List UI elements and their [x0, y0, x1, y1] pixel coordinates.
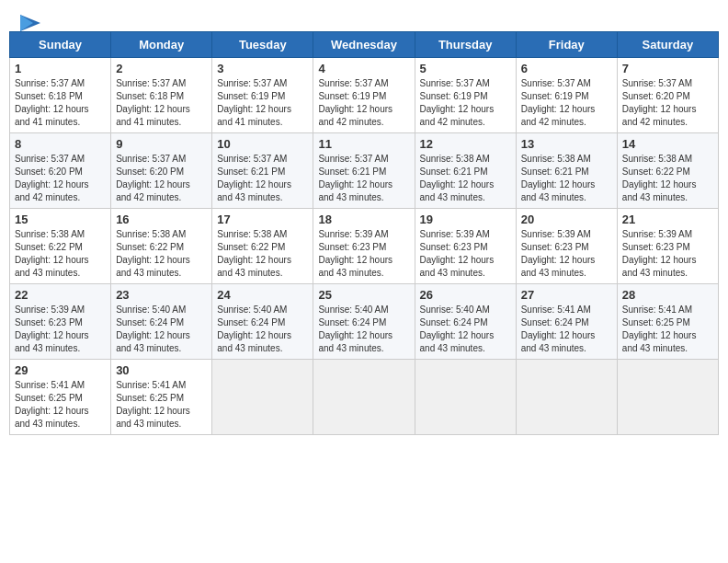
day-info: Sunrise: 5:38 AMSunset: 6:22 PMDaylight:… [622, 153, 713, 204]
day-number: 6 [521, 62, 612, 75]
day-number: 13 [521, 137, 612, 151]
calendar-cell: 30Sunrise: 5:41 AMSunset: 6:25 PMDayligh… [111, 360, 212, 435]
day-number: 2 [116, 62, 207, 75]
day-number: 11 [318, 137, 409, 151]
calendar-cell: 20Sunrise: 5:39 AMSunset: 6:23 PMDayligh… [516, 209, 617, 284]
day-info: Sunrise: 5:38 AMSunset: 6:22 PMDaylight:… [116, 228, 207, 280]
day-info: Sunrise: 5:37 AMSunset: 6:21 PMDaylight:… [217, 153, 308, 204]
calendar-cell: 19Sunrise: 5:39 AMSunset: 6:23 PMDayligh… [415, 209, 516, 284]
calendar-cell: 17Sunrise: 5:38 AMSunset: 6:22 PMDayligh… [212, 209, 313, 284]
calendar-table: SundayMondayTuesdayWednesdayThursdayFrid… [9, 31, 719, 435]
calendar-cell: 22Sunrise: 5:39 AMSunset: 6:23 PMDayligh… [10, 284, 111, 360]
day-number: 9 [116, 137, 207, 151]
calendar-week-row: 1Sunrise: 5:37 AMSunset: 6:18 PMDaylight… [10, 58, 719, 133]
day-info: Sunrise: 5:38 AMSunset: 6:22 PMDaylight:… [217, 228, 308, 280]
day-info: Sunrise: 5:37 AMSunset: 6:20 PMDaylight:… [15, 153, 106, 204]
calendar-week-row: 22Sunrise: 5:39 AMSunset: 6:23 PMDayligh… [10, 284, 719, 360]
logo [18, 15, 42, 28]
calendar-week-row: 15Sunrise: 5:38 AMSunset: 6:22 PMDayligh… [10, 209, 719, 284]
svg-marker-1 [20, 15, 33, 31]
day-number: 12 [420, 137, 511, 151]
day-number: 15 [15, 213, 106, 226]
day-info: Sunrise: 5:37 AMSunset: 6:18 PMDaylight:… [15, 77, 106, 129]
calendar-cell: 14Sunrise: 5:38 AMSunset: 6:22 PMDayligh… [617, 133, 718, 209]
calendar-cell: 15Sunrise: 5:38 AMSunset: 6:22 PMDayligh… [10, 209, 111, 284]
day-info: Sunrise: 5:40 AMSunset: 6:24 PMDaylight:… [420, 304, 511, 355]
day-header-saturday: Saturday [617, 32, 718, 58]
day-number: 17 [217, 213, 308, 226]
day-number: 23 [116, 288, 207, 302]
day-number: 28 [622, 288, 713, 302]
calendar-cell: 5Sunrise: 5:37 AMSunset: 6:19 PMDaylight… [415, 58, 516, 133]
calendar-cell: 24Sunrise: 5:40 AMSunset: 6:24 PMDayligh… [212, 284, 313, 360]
day-number: 20 [521, 213, 612, 226]
calendar-cell: 11Sunrise: 5:37 AMSunset: 6:21 PMDayligh… [313, 133, 415, 209]
day-info: Sunrise: 5:37 AMSunset: 6:20 PMDaylight:… [116, 153, 207, 204]
day-info: Sunrise: 5:39 AMSunset: 6:23 PMDaylight:… [318, 228, 409, 280]
calendar-cell [516, 360, 617, 435]
day-info: Sunrise: 5:39 AMSunset: 6:23 PMDaylight:… [420, 228, 511, 280]
calendar-cell: 3Sunrise: 5:37 AMSunset: 6:19 PMDaylight… [212, 58, 313, 133]
calendar-week-row: 29Sunrise: 5:41 AMSunset: 6:25 PMDayligh… [10, 360, 719, 435]
calendar-cell: 6Sunrise: 5:37 AMSunset: 6:19 PMDaylight… [516, 58, 617, 133]
day-info: Sunrise: 5:37 AMSunset: 6:19 PMDaylight:… [217, 77, 308, 129]
calendar-cell: 13Sunrise: 5:38 AMSunset: 6:21 PMDayligh… [516, 133, 617, 209]
day-number: 22 [15, 288, 106, 302]
calendar-cell: 8Sunrise: 5:37 AMSunset: 6:20 PMDaylight… [10, 133, 111, 209]
day-info: Sunrise: 5:38 AMSunset: 6:22 PMDaylight:… [15, 228, 106, 280]
calendar-cell: 26Sunrise: 5:40 AMSunset: 6:24 PMDayligh… [415, 284, 516, 360]
calendar-cell: 1Sunrise: 5:37 AMSunset: 6:18 PMDaylight… [10, 58, 111, 133]
day-number: 29 [15, 363, 106, 377]
day-info: Sunrise: 5:39 AMSunset: 6:23 PMDaylight:… [622, 228, 713, 280]
calendar-week-row: 8Sunrise: 5:37 AMSunset: 6:20 PMDaylight… [10, 133, 719, 209]
calendar-cell [617, 360, 718, 435]
day-header-tuesday: Tuesday [212, 32, 313, 58]
calendar-header-row: SundayMondayTuesdayWednesdayThursdayFrid… [10, 32, 719, 58]
calendar-cell: 25Sunrise: 5:40 AMSunset: 6:24 PMDayligh… [313, 284, 415, 360]
calendar-cell: 4Sunrise: 5:37 AMSunset: 6:19 PMDaylight… [313, 58, 415, 133]
calendar-cell: 10Sunrise: 5:37 AMSunset: 6:21 PMDayligh… [212, 133, 313, 209]
day-number: 16 [116, 213, 207, 226]
day-info: Sunrise: 5:37 AMSunset: 6:19 PMDaylight:… [521, 77, 612, 129]
calendar-cell: 21Sunrise: 5:39 AMSunset: 6:23 PMDayligh… [617, 209, 718, 284]
day-info: Sunrise: 5:37 AMSunset: 6:19 PMDaylight:… [318, 77, 409, 129]
day-info: Sunrise: 5:37 AMSunset: 6:18 PMDaylight:… [116, 77, 207, 129]
day-number: 30 [116, 363, 207, 377]
calendar-cell [212, 360, 313, 435]
day-number: 7 [622, 62, 713, 75]
calendar-cell [313, 360, 415, 435]
day-info: Sunrise: 5:40 AMSunset: 6:24 PMDaylight:… [217, 304, 308, 355]
calendar-cell: 28Sunrise: 5:41 AMSunset: 6:25 PMDayligh… [617, 284, 718, 360]
day-number: 24 [217, 288, 308, 302]
calendar-cell: 23Sunrise: 5:40 AMSunset: 6:24 PMDayligh… [111, 284, 212, 360]
day-header-thursday: Thursday [415, 32, 516, 58]
day-number: 26 [420, 288, 511, 302]
calendar-cell: 16Sunrise: 5:38 AMSunset: 6:22 PMDayligh… [111, 209, 212, 284]
day-info: Sunrise: 5:41 AMSunset: 6:25 PMDaylight:… [622, 304, 713, 355]
day-number: 14 [622, 137, 713, 151]
calendar-body: 1Sunrise: 5:37 AMSunset: 6:18 PMDaylight… [10, 58, 719, 435]
day-info: Sunrise: 5:39 AMSunset: 6:23 PMDaylight:… [521, 228, 612, 280]
day-number: 1 [15, 62, 106, 75]
day-info: Sunrise: 5:40 AMSunset: 6:24 PMDaylight:… [116, 304, 207, 355]
day-info: Sunrise: 5:41 AMSunset: 6:25 PMDaylight:… [116, 379, 207, 431]
day-number: 27 [521, 288, 612, 302]
calendar-cell: 9Sunrise: 5:37 AMSunset: 6:20 PMDaylight… [111, 133, 212, 209]
calendar-cell: 2Sunrise: 5:37 AMSunset: 6:18 PMDaylight… [111, 58, 212, 133]
day-info: Sunrise: 5:38 AMSunset: 6:21 PMDaylight:… [521, 153, 612, 204]
calendar-cell: 7Sunrise: 5:37 AMSunset: 6:20 PMDaylight… [617, 58, 718, 133]
calendar-cell: 27Sunrise: 5:41 AMSunset: 6:24 PMDayligh… [516, 284, 617, 360]
day-info: Sunrise: 5:37 AMSunset: 6:19 PMDaylight:… [420, 77, 511, 129]
day-header-wednesday: Wednesday [313, 32, 415, 58]
day-header-friday: Friday [516, 32, 617, 58]
day-number: 21 [622, 213, 713, 226]
day-info: Sunrise: 5:40 AMSunset: 6:24 PMDaylight:… [318, 304, 409, 355]
day-info: Sunrise: 5:37 AMSunset: 6:21 PMDaylight:… [318, 153, 409, 204]
day-info: Sunrise: 5:38 AMSunset: 6:21 PMDaylight:… [420, 153, 511, 204]
calendar-cell [415, 360, 516, 435]
calendar-cell: 29Sunrise: 5:41 AMSunset: 6:25 PMDayligh… [10, 360, 111, 435]
day-header-sunday: Sunday [10, 32, 111, 58]
day-info: Sunrise: 5:41 AMSunset: 6:25 PMDaylight:… [15, 379, 106, 431]
day-number: 4 [318, 62, 409, 75]
day-number: 18 [318, 213, 409, 226]
